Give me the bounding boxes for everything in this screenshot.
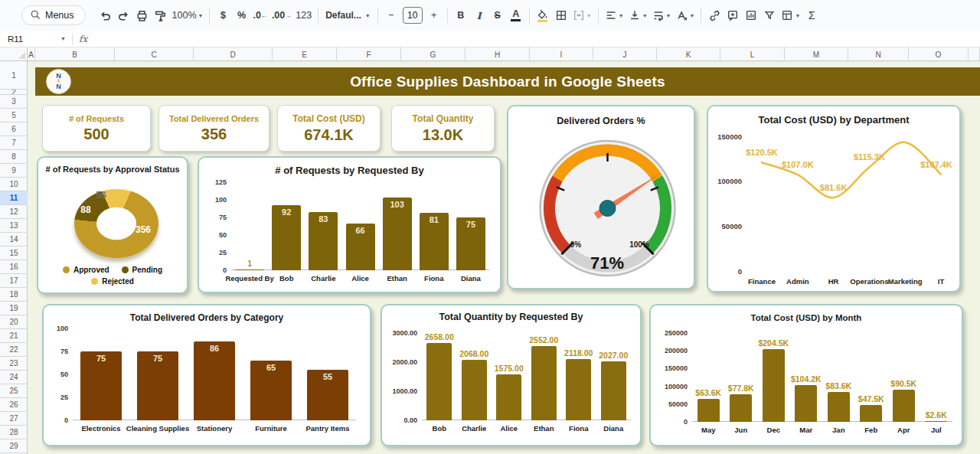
row-header-1[interactable]: 1 [0, 61, 28, 90]
row-header-22[interactable]: 22 [0, 343, 28, 357]
column-header-A[interactable]: A [28, 47, 35, 61]
paint-format-button[interactable] [152, 5, 170, 25]
bar [893, 390, 915, 422]
row-header-27[interactable]: 27 [0, 412, 28, 426]
column-header-H[interactable]: H [466, 47, 530, 61]
row-header-29[interactable]: 29 [0, 439, 28, 453]
axis-tick-label: 25 [201, 249, 227, 256]
insert-comment-button[interactable] [724, 5, 742, 25]
kpi-card-total-cost[interactable]: Total Cost (USD) 674.1K [277, 105, 381, 152]
chart-delivered-by-category[interactable]: Total Delivered Orders by Category 10075… [42, 304, 371, 446]
print-button[interactable] [133, 5, 152, 25]
column-header-D[interactable]: D [194, 47, 273, 61]
format-percent-button[interactable]: % [232, 5, 250, 25]
row-header-18[interactable]: 18 [0, 288, 28, 302]
fx-label[interactable]: fx [79, 34, 87, 44]
line-chart-svg [708, 106, 962, 294]
table-tools-button[interactable]: ▼ [779, 5, 802, 25]
chart-delivered-orders-gauge[interactable]: Delivered Orders % 0%100%71% [507, 105, 695, 289]
more-formats-button[interactable]: 123 [293, 5, 314, 25]
kpi-card-requests[interactable]: # of Requests 500 [42, 105, 151, 152]
merge-cells-button[interactable]: ▼ [570, 5, 594, 25]
select-all-corner[interactable] [0, 47, 28, 61]
row-header-19[interactable]: 19 [0, 302, 28, 315]
borders-button[interactable] [552, 5, 570, 25]
undo-button[interactable] [96, 5, 115, 25]
row-header-21[interactable]: 21 [0, 329, 28, 343]
row-header-9[interactable]: 9 [0, 164, 28, 178]
horizontal-align-button[interactable]: ▼ [603, 5, 626, 25]
column-header-I[interactable]: I [530, 47, 593, 61]
increase-font-size-button[interactable]: + [425, 5, 443, 25]
increase-decimal-button[interactable]: .00→ [270, 5, 293, 25]
text-wrapping-button[interactable]: ▼ [650, 5, 674, 25]
bold-button[interactable]: B [452, 5, 470, 25]
kpi-card-delivered-orders[interactable]: Total Delivered Orders 356 [158, 105, 270, 152]
column-header-O[interactable]: O [909, 47, 969, 61]
row-header-2[interactable]: 2 [0, 90, 28, 95]
insert-chart-button[interactable] [742, 5, 760, 25]
row-header-7[interactable]: 7 [0, 136, 28, 150]
vertical-align-button[interactable]: ▼ [626, 5, 650, 25]
chart-cost-by-department[interactable]: Total Cost (USD) by Department 150000100… [707, 105, 961, 292]
chart-quantity-by-person[interactable]: Total Quantity by Requested By 3000.0020… [381, 304, 642, 446]
functions-button[interactable]: Σ [802, 5, 821, 25]
create-filter-button[interactable] [760, 5, 779, 25]
chart-approval-status-donut[interactable]: # of Requests by Approval Status 3568856… [37, 156, 188, 294]
column-header-F[interactable]: F [337, 47, 401, 61]
column-header-B[interactable]: B [35, 47, 115, 61]
row-header-14[interactable]: 14 [0, 233, 28, 247]
column-header-G[interactable]: G [401, 47, 466, 61]
zoom-select[interactable]: 100%▼ [170, 5, 206, 25]
column-header-E[interactable]: E [273, 47, 337, 61]
row-header-16[interactable]: 16 [0, 260, 28, 274]
row-header-11[interactable]: 11 [0, 191, 28, 205]
axis-category-label: Electronics [81, 424, 120, 433]
text-rotation-button[interactable]: ▼ [674, 5, 697, 25]
axis-category-label: Bob [279, 274, 293, 283]
row-header-23[interactable]: 23 [0, 357, 28, 371]
decrease-font-size-button[interactable]: − [382, 5, 400, 25]
fill-color-button[interactable] [534, 5, 552, 25]
name-box[interactable]: R11 ▼ [0, 34, 66, 44]
column-header-J[interactable]: J [593, 47, 657, 61]
legend-item: Pending [122, 266, 162, 274]
column-header-N[interactable]: N [848, 47, 909, 61]
row-header-24[interactable]: 24 [0, 371, 28, 384]
row-header-28[interactable]: 28 [0, 426, 28, 439]
axis-category-label: Apr [897, 426, 910, 434]
row-header-5[interactable]: 5 [0, 109, 28, 122]
chart-cost-by-month[interactable]: Total Cost (USD) by Month 25000020000015… [649, 304, 963, 446]
row-header-15[interactable]: 15 [0, 247, 28, 260]
font-select[interactable]: Defaul...▼ [322, 5, 374, 25]
row-header-6[interactable]: 6 [0, 122, 28, 136]
column-header-K[interactable]: K [657, 47, 720, 61]
italic-button[interactable]: I [470, 5, 488, 25]
redo-button[interactable] [115, 5, 133, 25]
row-header-3[interactable]: 3 [0, 95, 28, 109]
column-header-partial[interactable] [969, 47, 980, 61]
axis-category-label: Fiona [569, 424, 588, 433]
row-header-25[interactable]: 25 [0, 384, 28, 398]
row-header-8[interactable]: 8 [0, 150, 28, 164]
bar-value-label: $63.6K [695, 388, 721, 397]
strikethrough-button[interactable]: S [488, 5, 507, 25]
row-header-20[interactable]: 20 [0, 315, 28, 329]
column-header-M[interactable]: M [785, 47, 848, 61]
row-header-26[interactable]: 26 [0, 398, 28, 412]
axis-category-label: HR [828, 277, 839, 286]
font-size-input[interactable]: 10 [403, 7, 423, 24]
column-header-L[interactable]: L [720, 47, 785, 61]
insert-link-button[interactable] [705, 5, 724, 25]
kpi-card-total-quantity[interactable]: Total Quantity 13.0K [391, 105, 495, 152]
column-header-C[interactable]: C [115, 47, 194, 61]
menus-button[interactable]: Menus [21, 5, 86, 25]
row-header-10[interactable]: 10 [0, 178, 28, 191]
chart-requests-by-person[interactable]: # of Requests by Requested By 1251007550… [198, 156, 501, 293]
row-header-17[interactable]: 17 [0, 274, 28, 288]
row-header-13[interactable]: 13 [0, 219, 28, 233]
format-currency-button[interactable]: $ [214, 5, 232, 25]
decrease-decimal-button[interactable]: .0← [250, 5, 269, 25]
text-color-button[interactable]: A [507, 5, 525, 25]
row-header-12[interactable]: 12 [0, 205, 28, 219]
